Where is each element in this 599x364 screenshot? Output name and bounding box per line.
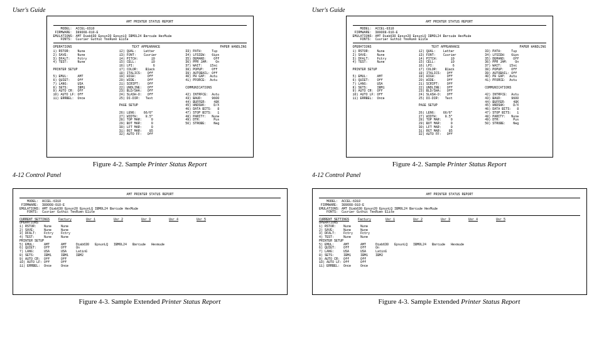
hdr-paper-handling: PAPER HANDLING [519, 45, 546, 49]
ext-rows-2: 5) EMUL: AMT AMT Diab630 EpsonLQ IBM0L24… [19, 244, 281, 269]
hdr-text-appearance: TEXT APPEARANCE [132, 45, 160, 49]
caption-text: Figure 4-2. Sample [392, 160, 447, 168]
report-title: AMT PRINTER STATUS REPORT [19, 193, 281, 196]
rule [19, 215, 281, 216]
report-title: AMT PRINTER STATUS REPORT [353, 20, 546, 24]
col-factory: Factory [58, 218, 77, 222]
figure-4-2-caption: Figure 4-2. Sample Printer Status Report [13, 160, 287, 168]
col-usr5: Usr 5 [197, 218, 215, 222]
col-usr3: Usr 3 [141, 218, 160, 222]
report-title: AMT PRINTER STATUS REPORT [319, 193, 580, 196]
document-spread: User's Guide AMT PRINTER STATUS REPORT M… [0, 0, 599, 364]
section-headers: OPERATIONS TEXT APPEARANCE PAPER HANDLIN… [53, 45, 247, 49]
col-usr2: Usr 2 [114, 218, 132, 222]
page-top-right: User's Guide AMT PRINTER STATUS REPORT M… [300, 0, 599, 182]
report-header-block: MODEL: ACCEL-6310 FIRMWARE: 389008-010-E… [19, 200, 281, 215]
report-header-block: MODEL: ACCEL-6310 FIRMWARE: 389008-010-E… [319, 200, 580, 215]
rule [53, 25, 247, 26]
page-top-left: User's Guide AMT PRINTER STATUS REPORT M… [0, 0, 300, 182]
col-usr1: Usr 1 [86, 218, 105, 222]
section-headers: OPERATIONS TEXT APPEARANCE PAPER HANDLIN… [353, 45, 546, 49]
ext-rows-2: 5) EMUL: AMT AMT Diab630 EpsonLQ IBM0L24… [319, 244, 580, 269]
running-header: User's Guide [312, 6, 586, 13]
page-bottom-left: AMT PRINTER STATUS REPORT MODEL: ACCEL-6… [0, 182, 300, 364]
ext-rows-1: 1) RSTOR: None None 2) SAVE: None None 3… [19, 225, 281, 240]
caption-em: Printer Status Report [447, 160, 506, 168]
col-usr5: Usr 5 [496, 218, 515, 222]
col-usr4: Usr 4 [468, 218, 487, 222]
report-header-block: MODEL: ACCEL-6310 FIRMWARE: 389008-010-E… [353, 28, 546, 42]
col-factory: Factory [358, 218, 377, 222]
caption-em: Printer Status Report [148, 160, 207, 168]
report-header-block: MODEL: ACCEL-6310 FIRMWARE: 389008-010-E… [53, 28, 247, 42]
hdr-text-appearance: TEXT APPEARANCE [431, 45, 460, 49]
col-usr2: Usr 2 [413, 218, 432, 222]
rule [53, 43, 247, 43]
report-col-3: 33) PATH: Top 34) LFSIEW: 6ips 35) DEMAN… [185, 50, 246, 137]
ext-rows-1: 1) RSTOR: None None 2) SAVE: None None 3… [319, 225, 580, 240]
caption-em: Printer Status Report [461, 297, 520, 305]
rule [353, 43, 546, 43]
caption-text: Figure 4-3. Sample Extended [379, 297, 461, 305]
figure-4-2-box: AMT PRINTER STATUS REPORT MODEL: ACCEL-6… [346, 16, 553, 158]
running-footer: 4-12 Control Panel [312, 171, 360, 178]
figure-4-2-box: AMT PRINTER STATUS REPORT MODEL: ACCEL-6… [46, 16, 254, 158]
hdr-operations: OPERATIONS [53, 45, 72, 49]
page-bottom-right: AMT PRINTER STATUS REPORT MODEL: ACCEL-6… [300, 182, 599, 364]
hdr-paper-handling: PAPER HANDLING [220, 45, 246, 49]
figure-4-2-caption: Figure 4-2. Sample Printer Status Report [312, 160, 586, 168]
rule [319, 198, 580, 198]
hdr-operations: OPERATIONS [353, 45, 372, 49]
caption-em: Printer Status Report [161, 297, 220, 305]
report-title: AMT PRINTER STATUS REPORT [53, 20, 247, 24]
rule [19, 198, 281, 198]
figure-4-3-box: AMT PRINTER STATUS REPORT MODEL: ACCEL-6… [13, 188, 288, 295]
figure-4-3-caption: Figure 4-3. Sample Extended Printer Stat… [13, 297, 287, 305]
caption-text: Figure 4-3. Sample Extended [79, 297, 162, 305]
running-header: User's Guide [13, 6, 287, 13]
caption-text: Figure 4-2. Sample [93, 160, 148, 168]
col-usr1: Usr 1 [386, 218, 404, 222]
report-col-3: 33) PATH: Top 34) LFSIEW: 6ips 35) DEMAN… [485, 50, 546, 137]
rule [319, 215, 580, 216]
report-col-2: 12) QUAL: Letter 13) FONT: Courier 14) P… [419, 50, 480, 137]
report-col-2: 12) QUAL: Letter 13) FONT: Courier 14) P… [119, 50, 180, 137]
report-col-1: 1) RSTOR: None 2) SAVE: None 3) DFALT: F… [53, 50, 114, 137]
report-col-1: 1) RSTOR: None 2) SAVE: None 3) DFALT: F… [353, 50, 414, 137]
figure-4-3-box: AMT PRINTER STATUS REPORT MODEL: ACCEL-6… [312, 188, 587, 295]
running-footer: 4-12 Control Panel [13, 171, 61, 178]
figure-4-3-caption: Figure 4-3. Sample Extended Printer Stat… [312, 297, 586, 305]
col-usr4: Usr 4 [169, 218, 188, 222]
report-columns: 1) RSTOR: None 2) SAVE: None 3) DFALT: F… [353, 50, 546, 137]
report-columns: 1) RSTOR: None 2) SAVE: None 3) DFALT: F… [53, 50, 247, 137]
rule [353, 25, 546, 26]
col-usr3: Usr 3 [441, 218, 460, 222]
